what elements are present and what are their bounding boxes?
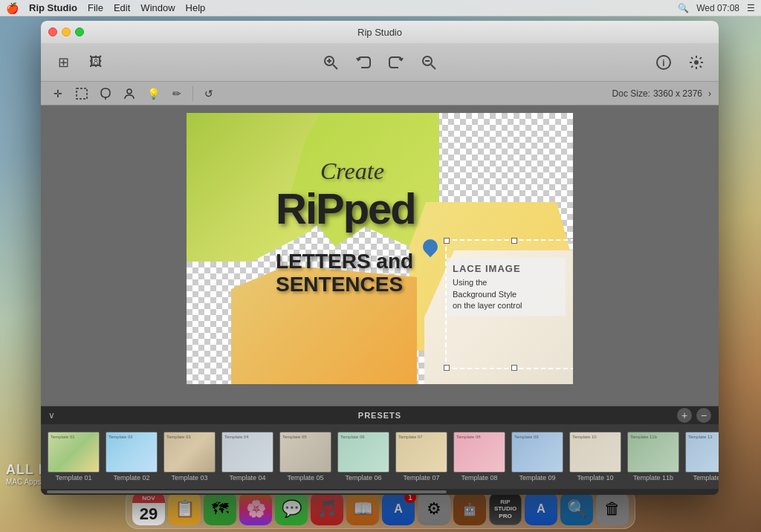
dock-icon-sysprefs[interactable]: ⚙ — [418, 493, 450, 525]
menu-bar-search-icon[interactable]: 🔍 — [678, 3, 689, 13]
canvas-area[interactable]: Create RiPped LETTERS andSENTENCES LACE … — [41, 106, 719, 406]
svg-line-5 — [431, 65, 435, 69]
close-button[interactable] — [48, 27, 57, 36]
settings-btn[interactable] — [683, 49, 710, 76]
presets-scrollbar-thumb — [47, 490, 447, 493]
window-title: Rip Studio — [357, 27, 402, 38]
canvas-letters-text: LETTERS andSENTENCES — [276, 250, 413, 296]
menu-bar-datetime: Wed 07:08 — [696, 3, 739, 13]
presets-scrollbar[interactable] — [41, 489, 719, 495]
zoom-out-btn[interactable] — [415, 49, 442, 76]
menu-file[interactable]: File — [88, 2, 103, 13]
doc-size-value: 3360 x 2376 — [653, 88, 702, 99]
replace-body: Using theBackground Styleon the layer co… — [453, 277, 560, 311]
preset-label-10: Template 11b — [633, 474, 673, 481]
menu-bar: 🍎 Rip Studio File Edit Window Help 🔍 Wed… — [0, 0, 761, 16]
menu-edit[interactable]: Edit — [114, 2, 130, 13]
preset-item-10[interactable]: Template 11bTemplate 11b — [626, 432, 680, 481]
canvas-create-text: Create — [320, 158, 384, 185]
preset-item-11[interactable]: Template 13Template 13 — [684, 432, 719, 481]
zoom-in-btn[interactable] — [317, 49, 344, 76]
preset-thumb-5: Template 06 — [337, 432, 389, 473]
preset-item-4[interactable]: Template 05Template 05 — [279, 432, 332, 481]
preset-item-0[interactable]: Template 01Template 01 — [47, 432, 100, 481]
apple-menu[interactable]: 🍎 — [6, 2, 19, 14]
handle-bottom-left[interactable] — [444, 365, 450, 371]
preset-label-11: Template 13 — [693, 474, 719, 481]
presets-bar: ∨ PRESETS + − Template 01Template 01Temp… — [41, 406, 719, 495]
canvas-content[interactable]: Create RiPped LETTERS andSENTENCES LACE … — [187, 113, 573, 384]
dock-icon-photos[interactable]: 🌸 — [239, 493, 272, 525]
preset-item-9[interactable]: Template 10Template 10 — [569, 432, 622, 481]
menu-bar-list-icon[interactable]: ☰ — [747, 3, 755, 13]
preset-item-1[interactable]: Template 02Template 02 — [105, 432, 158, 481]
layout-btn[interactable]: ⊞ — [50, 49, 77, 76]
undo-btn[interactable] — [350, 49, 377, 76]
svg-point-12 — [127, 89, 132, 94]
calendar-day: 29 — [132, 503, 165, 525]
dock-icon-notes[interactable]: 📋 — [168, 493, 201, 525]
lasso-tool[interactable] — [96, 84, 115, 103]
menu-app-name[interactable]: Rip Studio — [29, 2, 77, 13]
dock-icon-appstore[interactable]: A 1 — [382, 493, 415, 525]
handle-top-left[interactable] — [444, 238, 450, 244]
dock-icon-maps[interactable]: 🗺 — [204, 493, 236, 525]
dock-icon-finder2[interactable]: 🔍 — [560, 493, 593, 525]
portrait-tool[interactable] — [120, 84, 139, 103]
pen-tool[interactable]: ✏ — [167, 84, 187, 103]
preset-remove-btn[interactable]: − — [696, 408, 711, 423]
preset-label-2: Template 03 — [171, 474, 207, 481]
preset-add-btn[interactable]: + — [677, 408, 692, 423]
select-tool[interactable] — [72, 84, 91, 103]
preset-thumb-4: Template 05 — [279, 432, 331, 473]
preset-item-2[interactable]: Template 03Template 03 — [163, 432, 216, 481]
preset-item-3[interactable]: Template 04Template 04 — [221, 432, 274, 481]
dock-icon-appstore2[interactable]: A — [525, 493, 557, 525]
presets-scroll-area[interactable]: Template 01Template 01Template 02Templat… — [41, 424, 719, 489]
dock: NOV 29 📋 🗺 🌸 💬 🎵 📖 A 1 ⚙ 🤖 RIPSTUDIOPRO … — [126, 489, 635, 529]
replace-title: LACE IMAGE — [453, 262, 560, 276]
dock-icon-music[interactable]: 🎵 — [311, 493, 343, 525]
dock-icon-automator[interactable]: 🤖 — [453, 493, 486, 525]
move-tool[interactable]: ✛ — [48, 84, 68, 103]
subtoolbar: ✛ 💡 ✏ ↺ Doc Size: 3360 x 2376 › — [41, 82, 719, 106]
preset-item-7[interactable]: Template 08Template 08 — [453, 432, 506, 481]
preset-thumb-1: Template 02 — [106, 432, 158, 473]
rotate-tool[interactable]: ↺ — [199, 84, 218, 103]
doc-size-expand-icon[interactable]: › — [708, 88, 711, 99]
preset-item-6[interactable]: Template 07Template 07 — [395, 432, 448, 481]
presets-collapse-btn[interactable]: ∨ — [48, 410, 55, 421]
svg-point-9 — [694, 60, 699, 65]
dock-icon-trash[interactable]: 🗑 — [596, 493, 629, 525]
image-btn[interactable]: 🖼 — [82, 49, 109, 76]
svg-text:i: i — [662, 58, 664, 68]
handle-bottom-mid[interactable] — [511, 365, 517, 371]
preset-thumb-8: Template 09 — [511, 432, 563, 473]
preset-label-3: Template 04 — [229, 474, 265, 481]
preset-thumb-2: Template 03 — [163, 432, 216, 473]
maximize-button[interactable] — [75, 27, 84, 36]
dock-icon-messages[interactable]: 💬 — [275, 493, 308, 525]
doc-size-label: Doc Size: — [612, 88, 650, 99]
info-btn[interactable]: i — [650, 49, 677, 76]
dock-icon-calendar[interactable]: NOV 29 — [132, 493, 165, 525]
menu-window[interactable]: Window — [140, 2, 175, 13]
preset-label-0: Template 01 — [55, 474, 91, 481]
handle-top-mid[interactable] — [511, 238, 517, 244]
traffic-lights — [48, 27, 84, 36]
minimize-button[interactable] — [62, 27, 71, 36]
title-bar: Rip Studio — [41, 21, 719, 43]
preset-thumb-7: Template 08 — [453, 432, 505, 473]
preset-item-8[interactable]: Template 09Template 09 — [511, 432, 564, 481]
preset-label-4: Template 05 — [287, 474, 323, 481]
preset-thumb-11: Template 13 — [685, 432, 719, 473]
toolbar: ⊞ 🖼 — [41, 43, 719, 82]
dock-icon-ripstudio[interactable]: RIPSTUDIOPRO — [489, 493, 522, 525]
redo-btn[interactable] — [383, 49, 409, 76]
preset-item-5[interactable]: Template 06Template 06 — [337, 432, 390, 481]
menu-help[interactable]: Help — [186, 2, 206, 13]
canvas-inner: Create RiPped LETTERS andSENTENCES LACE … — [187, 113, 573, 384]
light-tool[interactable]: 💡 — [143, 84, 163, 103]
preset-thumb-6: Template 07 — [395, 432, 447, 473]
dock-icon-books[interactable]: 📖 — [346, 493, 379, 525]
